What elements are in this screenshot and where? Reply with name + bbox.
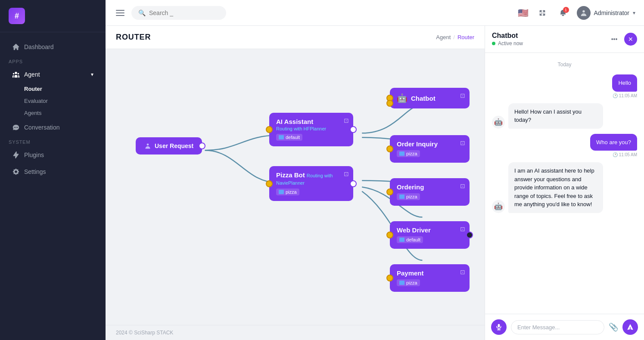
agent-icon bbox=[12, 71, 20, 78]
hamburger-menu[interactable] bbox=[114, 8, 126, 18]
order-input-dot bbox=[386, 145, 393, 152]
chat-header-actions: ••• ✕ bbox=[608, 33, 637, 46]
pizza-bot-node[interactable]: ⊡ Pizza Bot Routing with NaviePlanner pi… bbox=[269, 166, 353, 201]
ordering-input-dot bbox=[386, 189, 393, 195]
payment-title: Payment bbox=[397, 269, 463, 277]
message-3: Who are you? 🕐11:05 AM bbox=[590, 134, 637, 158]
topbar-right: 🇺🇸 1 Administrator ▾ bbox=[518, 6, 635, 20]
breadcrumb-current: Router bbox=[457, 34, 474, 40]
user-request-node[interactable]: User Request bbox=[136, 137, 202, 155]
message-2: Hello! How can I assist you today? bbox=[508, 103, 603, 129]
chat-input-area: 📎 bbox=[485, 314, 644, 340]
notification-icon[interactable]: 1 bbox=[556, 6, 570, 20]
mic-button[interactable] bbox=[491, 319, 507, 335]
chat-header: Chatbot Active now ••• ✕ bbox=[485, 26, 644, 53]
sidebar: # Dashboard APPS Agent ▾ Router Evaluato… bbox=[0, 0, 106, 340]
message-bubble-2: Hello! How can I assist you today? bbox=[508, 103, 603, 129]
home-icon bbox=[12, 43, 20, 51]
breadcrumb-parent[interactable]: Agent bbox=[436, 34, 451, 40]
ai-assistant-node[interactable]: ⊡ AI Assistant Routing with HFPlanner de… bbox=[269, 113, 353, 146]
message-row-3: Who are you? 🕐11:05 AM bbox=[492, 134, 637, 158]
sidebar-item-conversation[interactable]: Conversation bbox=[3, 119, 102, 136]
copyright: 2024 © SciSharp STACK bbox=[116, 330, 173, 336]
message-row-2: 🤖 Hello! How can I assist you today? bbox=[492, 103, 637, 129]
chatbot-panel: Chatbot Active now ••• ✕ Today Hello bbox=[485, 26, 644, 340]
conversation-label: Conversation bbox=[24, 124, 60, 131]
flag-icon: 🇺🇸 bbox=[518, 8, 529, 18]
web-driver-tag: default bbox=[397, 236, 423, 243]
user-request-output-dot bbox=[199, 142, 205, 149]
user-dropdown-icon: ▾ bbox=[633, 10, 635, 16]
chatbot-node-icon: ⊡ bbox=[460, 92, 465, 99]
plugins-label: Plugins bbox=[24, 151, 44, 158]
topbar: 🔍 🇺🇸 1 Administrator ▾ bbox=[106, 0, 644, 26]
sidebar-item-plugins[interactable]: Plugins bbox=[3, 147, 102, 163]
web-driver-node[interactable]: ⊡ Web Driver default bbox=[390, 221, 470, 249]
order-inquiry-node[interactable]: ⊡ Order Inquiry pizza bbox=[390, 135, 470, 163]
web-driver-input-dot bbox=[386, 232, 393, 238]
plug-icon bbox=[12, 151, 20, 159]
chat-status: Active now bbox=[492, 40, 523, 46]
search-icon: 🔍 bbox=[138, 9, 146, 16]
message-bubble-4: I am an AI assistant here to help answer… bbox=[508, 162, 603, 213]
chatbot-node[interactable]: ⊡ 🤖 Chatbot bbox=[390, 88, 470, 108]
send-button[interactable] bbox=[622, 319, 638, 335]
sidebar-item-evaluator[interactable]: Evaluator bbox=[24, 95, 102, 107]
payment-tag: pizza bbox=[397, 279, 420, 286]
payment-input-dot bbox=[386, 275, 393, 281]
breadcrumb: Agent / Router bbox=[436, 34, 474, 40]
web-driver-output-dot bbox=[466, 232, 473, 238]
chat-more-button[interactable]: ••• bbox=[608, 33, 621, 46]
payment-node[interactable]: ⊡ Payment pizza bbox=[390, 264, 470, 292]
status-dot bbox=[492, 42, 495, 45]
content-area: ROUTER Agent / Router bbox=[106, 26, 644, 340]
bot-avatar-2: 🤖 bbox=[492, 116, 505, 129]
sidebar-item-agent[interactable]: Agent ▾ bbox=[3, 66, 102, 83]
message-1: Hello 🕐11:05 AM bbox=[612, 74, 637, 98]
user-request-label: User Request bbox=[155, 142, 193, 149]
app-logo-icon: # bbox=[9, 8, 25, 24]
attach-icon[interactable]: 📎 bbox=[609, 322, 618, 332]
user-info[interactable]: Administrator ▾ bbox=[577, 6, 635, 20]
notif-badge: 1 bbox=[563, 7, 569, 13]
web-driver-icon: ⊡ bbox=[460, 226, 465, 232]
page-title: ROUTER bbox=[116, 33, 151, 42]
sidebar-item-agents[interactable]: Agents bbox=[24, 107, 102, 119]
ai-assistant-tag: default bbox=[276, 134, 302, 141]
message-input[interactable] bbox=[511, 320, 604, 334]
dashboard-label: Dashboard bbox=[24, 43, 54, 50]
breadcrumb-separator: / bbox=[453, 34, 455, 40]
message-time-3: 🕐11:05 AM bbox=[590, 152, 637, 157]
gear-icon bbox=[12, 168, 20, 176]
pizza-input-dot bbox=[266, 180, 273, 187]
pizza-node-icon: ⊡ bbox=[344, 170, 349, 177]
chatbot-input-dot-2 bbox=[386, 100, 393, 107]
message-4: I am an AI assistant here to help answer… bbox=[508, 162, 603, 213]
order-inquiry-icon: ⊡ bbox=[460, 139, 465, 146]
search-input[interactable] bbox=[149, 9, 209, 16]
sidebar-item-dashboard[interactable]: Dashboard bbox=[3, 39, 102, 55]
ordering-tag: pizza bbox=[397, 193, 420, 200]
sidebar-item-router[interactable]: Router bbox=[24, 83, 102, 95]
message-row-1: Hello 🕐11:05 AM bbox=[492, 74, 637, 98]
user-avatar bbox=[577, 6, 591, 20]
order-inquiry-tag: pizza bbox=[397, 150, 420, 157]
chat-close-button[interactable]: ✕ bbox=[624, 33, 637, 46]
fullscreen-icon[interactable] bbox=[535, 6, 549, 20]
ai-assistant-title: AI Assistant bbox=[276, 118, 346, 125]
ai-output-dot bbox=[350, 126, 357, 133]
pizza-bot-tag: pizza bbox=[276, 189, 299, 195]
canvas-footer: 2024 © SciSharp STACK bbox=[106, 325, 485, 340]
sidebar-nav: Dashboard APPS Agent ▾ Router Evaluator … bbox=[0, 32, 106, 340]
chat-icon bbox=[12, 124, 20, 131]
ai-input-dot bbox=[266, 126, 273, 133]
ai-node-icon: ⊡ bbox=[344, 117, 349, 124]
main-area: 🔍 🇺🇸 1 Administrator ▾ bbox=[106, 0, 644, 340]
user-name: Administrator bbox=[594, 9, 629, 16]
canvas-area: ROUTER Agent / Router bbox=[106, 26, 485, 340]
sidebar-item-settings[interactable]: Settings bbox=[3, 164, 102, 180]
chat-date: Today bbox=[492, 62, 637, 68]
ordering-node[interactable]: ⊡ Ordering pizza bbox=[390, 178, 470, 206]
search-bar[interactable]: 🔍 bbox=[131, 6, 226, 20]
agent-label: Agent bbox=[24, 71, 40, 78]
